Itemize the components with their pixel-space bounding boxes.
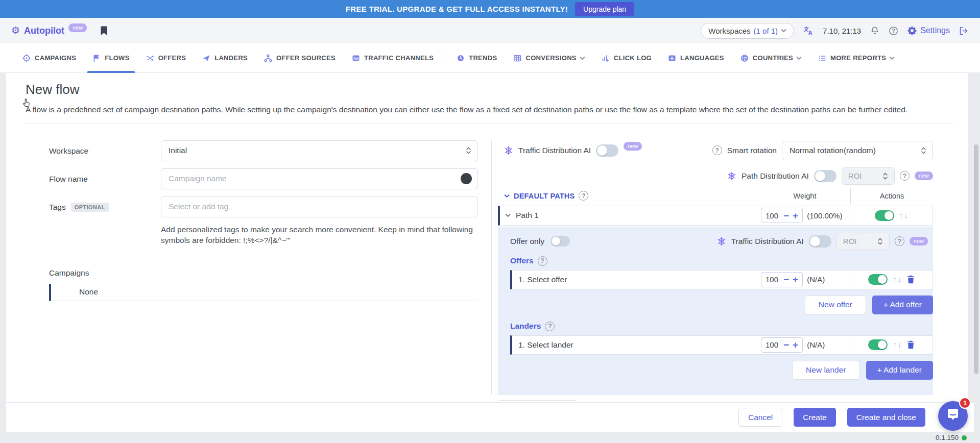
plus-button[interactable]: + [793, 340, 798, 350]
nav-item-offers[interactable]: OFFERS [138, 43, 195, 73]
paper-plane-icon [202, 54, 210, 62]
nav-item-offer-sources[interactable]: OFFER SOURCES [256, 43, 344, 73]
target-icon [22, 54, 31, 62]
nav-divider [445, 51, 445, 66]
nav-item-label: CONVERSIONS [525, 54, 576, 62]
chevron-down-icon [781, 29, 786, 33]
name-token-dot[interactable] [461, 173, 472, 184]
nav-item-countries[interactable]: COUNTRIES [732, 43, 810, 73]
add-offer-button[interactable]: + Add offer [872, 296, 933, 314]
workspaces-dropdown[interactable]: Workspaces (1 of 1) [701, 23, 794, 39]
cancel-button[interactable]: Cancel [738, 408, 782, 427]
nav-item-flows[interactable]: FLOWS [84, 43, 137, 73]
smart-rotation-help-icon[interactable]: ? [712, 145, 722, 155]
new-offer-button[interactable]: New offer [805, 296, 866, 314]
default-paths-label: DEFAULT PATHS [514, 192, 575, 200]
add-lander-button[interactable]: + Add lander [866, 361, 933, 380]
help-icon[interactable]: ? [889, 26, 898, 36]
move-up-down-arrows[interactable]: ↑↓ [893, 340, 902, 350]
offer-weight-value[interactable]: 100 [766, 275, 780, 284]
chevron-down-icon[interactable] [505, 213, 511, 217]
flow-name-input[interactable]: Campaign name [161, 168, 478, 189]
plus-button[interactable]: + [793, 211, 798, 220]
path-weight-percent: (100.00%) [807, 211, 842, 220]
path-distribution-ai-toggle[interactable] [814, 170, 836, 182]
tags-input[interactable]: Select or add tag [161, 196, 478, 217]
new-badge: new [910, 237, 928, 245]
smart-rotation-select[interactable]: Normal rotation(random) [782, 141, 933, 160]
nav-item-click-log[interactable]: CLICK LOG [593, 43, 660, 73]
minus-button[interactable]: − [783, 340, 789, 350]
move-up-down-arrows[interactable]: ↑↓ [893, 275, 902, 284]
optional-badge: OPTIONAL [71, 203, 109, 212]
create-and-close-button[interactable]: Create and close [847, 408, 925, 427]
offer-only-label: Offer only [510, 237, 544, 246]
brand[interactable]: ⚙ Autopilot new [11, 26, 87, 36]
nav-item-conversions[interactable]: CONVERSIONS [505, 43, 593, 73]
scrollbar-thumb[interactable] [974, 144, 978, 374]
nav-item-landers[interactable]: LANDERS [194, 43, 256, 73]
default-paths-help-icon[interactable]: ? [579, 191, 588, 201]
chat-unread-badge: 1 [959, 397, 971, 409]
path-ai-help-icon[interactable]: ? [900, 171, 910, 181]
default-paths-toggle[interactable]: DEFAULT PATHS ? [498, 191, 588, 201]
offer-only-toggle[interactable] [551, 236, 570, 247]
workspace-select[interactable]: Initial [161, 140, 478, 161]
minus-button[interactable]: − [783, 275, 789, 284]
brand-name: Autopilot [24, 26, 64, 36]
settings-button[interactable]: Settings [907, 26, 950, 35]
path-row[interactable]: Path 1 100 − + (100.00%) ↑↓ [498, 206, 933, 226]
page-title: New flow [26, 82, 953, 97]
nav-item-traffic-channels[interactable]: AdTRAFFIC CHANNELS [344, 43, 442, 73]
plus-button[interactable]: + [793, 275, 798, 284]
flow-form: Workspace Initial Flow name Campaign nam… [6, 140, 491, 395]
new-lander-button[interactable]: New lander [792, 361, 859, 380]
nav-item-trends[interactable]: TRENDS [448, 43, 505, 73]
roi-value: ROI [843, 237, 857, 245]
offer-select-label[interactable]: 1. Select offer [518, 275, 567, 284]
chat-icon [946, 408, 960, 424]
landers-help-icon[interactable]: ? [545, 322, 555, 331]
bookmark-icon[interactable] [100, 26, 108, 36]
lander-row[interactable]: 1. Select lander 100 − + (N/A) [510, 335, 933, 355]
nav-item-campaigns[interactable]: CAMPAIGNS [14, 43, 84, 73]
path-traffic-ai-toggle[interactable] [809, 235, 831, 248]
roi-select[interactable]: ROI [842, 167, 895, 185]
sitemap-icon [264, 54, 272, 62]
campaigns-value-row: None [49, 284, 478, 301]
logout-icon[interactable] [959, 26, 969, 36]
offer-row[interactable]: 1. Select offer 100 − + (N/A) [510, 270, 933, 289]
notifications-bell-icon[interactable] [870, 26, 879, 35]
path-weight-value[interactable]: 100 [766, 211, 780, 220]
upgrade-plan-button[interactable]: Upgrade plan [575, 2, 634, 16]
offers-help-icon[interactable]: ? [538, 256, 547, 266]
weight-column-header: Weight [759, 192, 850, 200]
offer-enabled-toggle[interactable] [868, 274, 888, 285]
paths-panel: Traffic Distribution AI new ? Smart rota… [491, 140, 968, 395]
path-weight-stepper[interactable]: 100 − + [761, 208, 803, 223]
tags-help-text: Add personalized tags to make your searc… [161, 225, 483, 246]
traffic-distribution-ai-toggle[interactable] [596, 144, 618, 157]
datetime: 7.10, 21:13 [823, 27, 861, 35]
lander-weight-value[interactable]: 100 [766, 340, 780, 349]
new-badge: new [915, 171, 933, 180]
nav-item-more-reports[interactable]: MORE REPORTS [810, 43, 903, 73]
traffic-ai-help-icon[interactable]: ? [895, 236, 904, 246]
move-up-down-arrows[interactable]: ↑↓ [899, 211, 909, 220]
ai-icon [504, 146, 513, 155]
trash-icon[interactable] [907, 275, 915, 284]
translate-icon[interactable]: A [803, 26, 814, 36]
nav-item-languages[interactable]: ALANGUAGES [660, 43, 732, 73]
create-button[interactable]: Create [794, 408, 836, 427]
version-number: 0.1.150 [936, 434, 959, 441]
minus-button[interactable]: − [783, 211, 789, 220]
lander-select-label[interactable]: 1. Select lander [518, 340, 573, 350]
lander-weight-stepper[interactable]: 100 − + [761, 337, 803, 353]
select-arrows-icon [466, 146, 471, 155]
trash-icon[interactable] [907, 340, 915, 349]
offer-weight-stepper[interactable]: 100 − + [761, 272, 803, 287]
lander-enabled-toggle[interactable] [868, 339, 888, 350]
roi-select[interactable]: ROI [836, 233, 890, 250]
ai-icon [727, 171, 736, 181]
path-enabled-toggle[interactable] [875, 210, 894, 221]
